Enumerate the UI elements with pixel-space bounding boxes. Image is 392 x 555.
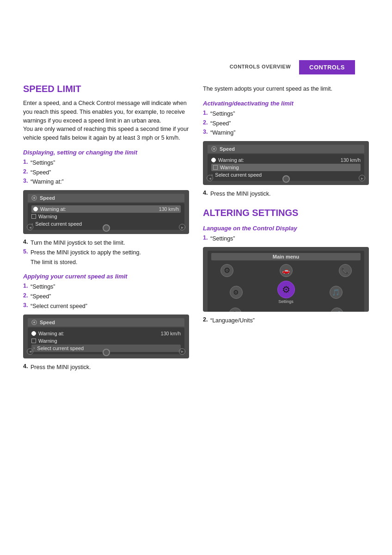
step-1-1-num: 1. bbox=[23, 159, 31, 165]
altering-title: ALTERING SETTINGS bbox=[203, 208, 369, 218]
screenshot-act: Speed Warning at: 130 km/h Warning › Sel… bbox=[203, 141, 369, 185]
screen1-radio1 bbox=[33, 207, 38, 211]
screen-act-nav-right: ▸ bbox=[359, 175, 365, 181]
step-1-5-sub: The limit is stored. bbox=[31, 258, 189, 267]
act-deact-title: Activating/deactivating the limit bbox=[203, 100, 369, 107]
lang-step-1-text: “Settings” bbox=[210, 234, 235, 243]
screen-act-title: Speed bbox=[220, 146, 235, 152]
screen2-joystick bbox=[103, 349, 110, 356]
screen2-radio1 bbox=[31, 331, 36, 336]
right-column: The system adopts your current speed as … bbox=[203, 84, 369, 372]
screen1-row1-val: 130 km/h bbox=[159, 206, 179, 212]
menu-icons-grid2: ⚙ ⚙ Settings 🎵 bbox=[211, 280, 361, 305]
screen1-title: Speed bbox=[40, 195, 55, 201]
lang-display-title: Language on the Control Display bbox=[203, 225, 369, 232]
screen2-row3-label: Select current speed bbox=[37, 345, 84, 351]
tab-controls[interactable]: CONTROLS bbox=[299, 60, 355, 74]
act-step-3-text: “Warning” bbox=[210, 129, 235, 137]
lang-step-1: 1. “Settings” bbox=[203, 234, 369, 243]
menu-icon-settings-center: ⚙ Settings bbox=[277, 281, 295, 304]
page-container: CONTROLS OVERVIEW CONTROLS SPEED LIMIT E… bbox=[0, 60, 392, 555]
main-content: SPEED LIMIT Enter a speed, and a Check C… bbox=[0, 84, 392, 372]
screenshot-2: Speed Warning at: 130 km/h Warning › Sel… bbox=[23, 314, 189, 358]
step-1-2-num: 2. bbox=[23, 168, 31, 175]
screen-act-row2: Warning bbox=[211, 164, 361, 171]
screen2-nav-left: ◂ bbox=[27, 348, 33, 355]
speed-limit-title: SPEED LIMIT bbox=[23, 84, 189, 94]
menu-icon-media: 🎵 bbox=[330, 286, 343, 299]
screen1-titlebar: Speed bbox=[28, 194, 184, 202]
lang-step-1-num: 1. bbox=[203, 234, 210, 241]
step-1-3-text: “Warning at:” bbox=[31, 178, 64, 186]
screen2-icon bbox=[31, 320, 37, 325]
screen1-joystick bbox=[103, 224, 110, 232]
screenshot-menu: Main menu ⚙ 🚗 📞 bbox=[203, 247, 369, 312]
menu-icon-settings2: ⚙ bbox=[230, 286, 243, 299]
menu-settings2-icon: ⚙ bbox=[230, 286, 243, 299]
menu-phone-icon: 📞 bbox=[339, 264, 352, 277]
screen1-row1: Warning at: 130 km/h bbox=[31, 205, 181, 213]
screen1-icon bbox=[31, 195, 37, 201]
act-step-1-text: “Settings” bbox=[210, 110, 235, 118]
act-step-1-num: 1. bbox=[203, 110, 210, 116]
menu-icon-phone: 📞 bbox=[339, 264, 352, 277]
screen-act-row3-label: Select current speed bbox=[215, 172, 262, 178]
screen1-row1-label: Warning at: bbox=[40, 206, 66, 212]
screen-act-icon bbox=[211, 146, 217, 152]
step-2-3: 3. “Select current speed” bbox=[23, 302, 189, 311]
menu-radio-icon: 📻 bbox=[331, 308, 343, 312]
step-1-3: 3. “Warning at:” bbox=[23, 178, 189, 186]
screen2-nav-right: ▸ bbox=[179, 348, 185, 355]
screen1-row2: Warning bbox=[31, 213, 181, 220]
act-step-1: 1. “Settings” bbox=[203, 110, 369, 118]
right-intro-text: The system adopts your current speed as … bbox=[203, 85, 369, 93]
screen2-title: Speed bbox=[40, 320, 55, 325]
subsection1-title: Displaying, setting or changing the limi… bbox=[23, 149, 189, 156]
step-1-1: 1. “Settings” bbox=[23, 159, 189, 167]
step-1-1-text: “Settings” bbox=[31, 159, 55, 167]
step-2-1: 1. “Settings” bbox=[23, 283, 189, 291]
step-1-4-text: Turn the MINI joystick to set the limit. bbox=[31, 239, 125, 247]
act-step-3: 3. “Warning” bbox=[203, 129, 369, 137]
tab-controls-overview[interactable]: CONTROLS OVERVIEW bbox=[221, 60, 299, 74]
act-step-2-text: “Speed” bbox=[210, 119, 231, 128]
screen2-row2: Warning bbox=[31, 337, 181, 345]
step-2-2-num: 2. bbox=[23, 292, 31, 299]
screen1-row3-label: Select current speed bbox=[35, 221, 82, 227]
screen1-nav-right: ▸ bbox=[179, 224, 185, 230]
step-2-3-num: 3. bbox=[23, 302, 31, 308]
screen2-check bbox=[31, 339, 36, 343]
act-step-2: 2. “Speed” bbox=[203, 119, 369, 128]
screen-act-titlebar: Speed bbox=[208, 145, 364, 153]
step-2-4-num: 4. bbox=[23, 363, 31, 370]
step-1-5-num: 5. bbox=[23, 248, 31, 255]
menu-title: Main menu bbox=[211, 253, 361, 260]
screen-act-row2-label: Warning bbox=[220, 165, 239, 170]
menu-settings-left-icon: ⚙ bbox=[220, 264, 233, 277]
menu-icon-nav: 🗺 bbox=[229, 308, 242, 312]
step-2-3-text: “Select current speed” bbox=[31, 302, 87, 311]
menu-icon-settings-left: ⚙ bbox=[220, 264, 233, 277]
menu-settings-label: Settings bbox=[278, 299, 294, 304]
act-step-4-text: Press the MINI joystick. bbox=[210, 190, 271, 198]
screen-act-joystick bbox=[282, 175, 290, 183]
menu-icons-grid: ⚙ 🚗 📞 bbox=[211, 263, 361, 278]
menu-car-icon: 🚗 bbox=[280, 264, 293, 277]
menu-settings-center-icon: ⚙ bbox=[277, 281, 295, 298]
screen2-row1-val: 130 km/h bbox=[161, 331, 181, 336]
menu-icon-radio: 📻 bbox=[331, 308, 343, 312]
screen2-arrow: › bbox=[33, 345, 35, 351]
step-2-2: 2. “Speed” bbox=[23, 292, 189, 301]
step-2-1-num: 1. bbox=[23, 283, 31, 289]
screen1-nav-left: ◂ bbox=[27, 224, 33, 230]
act-step-2-num: 2. bbox=[203, 119, 210, 126]
act-step-4: 4. Press the MINI joystick. bbox=[203, 190, 369, 198]
screen2-row2-label: Warning bbox=[38, 338, 57, 344]
left-column: SPEED LIMIT Enter a speed, and a Check C… bbox=[23, 84, 189, 372]
menu-nav-icon: 🗺 bbox=[229, 308, 242, 312]
act-step-3-num: 3. bbox=[203, 129, 210, 135]
step-2-4-text: Press the MINI joystick. bbox=[31, 363, 91, 372]
step-2-2-text: “Speed” bbox=[31, 292, 51, 301]
screen1-row2-label: Warning bbox=[38, 214, 57, 219]
step-2-1-text: “Settings” bbox=[31, 283, 55, 291]
